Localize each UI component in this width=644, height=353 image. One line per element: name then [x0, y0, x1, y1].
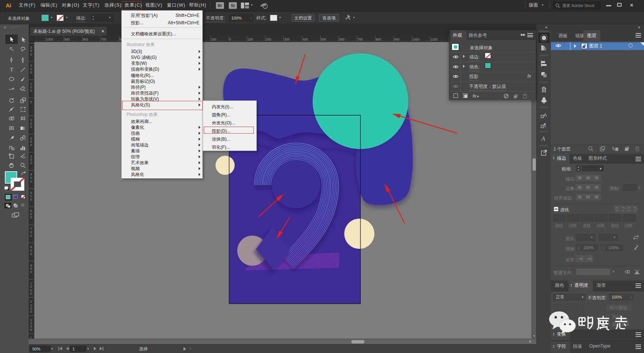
svg-text:A: A: [544, 112, 547, 118]
svg-text:T: T: [10, 67, 13, 73]
svg-text:¶: ¶: [544, 122, 546, 128]
svg-text:A: A: [541, 135, 545, 142]
